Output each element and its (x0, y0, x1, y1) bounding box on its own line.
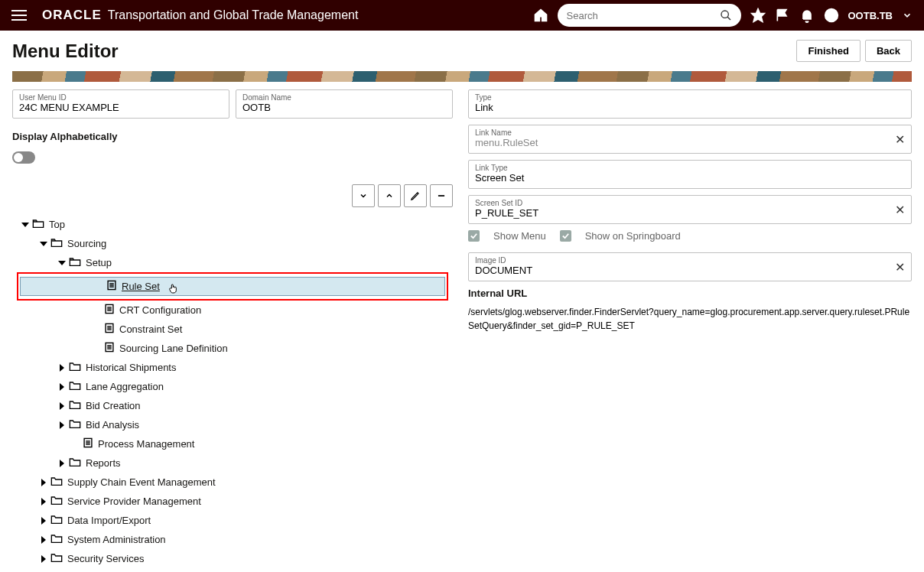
remove-button[interactable] (430, 184, 453, 207)
clear-icon[interactable]: ✕ (895, 260, 905, 275)
cursor-hand-icon (168, 282, 180, 294)
show-springboard-checkbox[interactable] (560, 230, 571, 242)
app-header: ORACLE Transportation and Global Trade M… (0, 0, 924, 31)
selected-highlight: Rule Set (17, 272, 448, 301)
domain-name-field[interactable]: Domain Name OOTB (236, 89, 453, 119)
search-icon[interactable] (720, 9, 732, 21)
decorative-banner (12, 71, 912, 82)
bell-icon[interactable] (799, 8, 815, 23)
tree-node-top[interactable]: Top (12, 215, 453, 234)
finished-button[interactable]: Finished (796, 40, 860, 62)
tree-node-rule-set[interactable]: Rule Set (20, 277, 445, 296)
document-icon (104, 323, 115, 336)
folder-icon (69, 256, 81, 269)
user-menu-id-label: User Menu ID (19, 93, 223, 102)
svg-marker-36 (41, 536, 46, 544)
show-springboard-label: Show on Springboard (585, 230, 681, 242)
svg-point-0 (721, 11, 728, 18)
user-menu-id-value: 24C MENU EXAMPLE (19, 102, 223, 113)
svg-marker-7 (58, 261, 66, 265)
svg-marker-27 (60, 421, 64, 429)
svg-marker-25 (60, 383, 64, 391)
folder-icon (50, 237, 63, 250)
document-icon (106, 280, 117, 293)
folder-closed-icon (50, 552, 63, 565)
tree-node-data-import[interactable]: Data Import/Export (12, 511, 453, 530)
svg-marker-33 (41, 479, 46, 486)
svg-marker-6 (40, 242, 47, 246)
svg-marker-34 (41, 498, 46, 505)
tree-node-crt-config[interactable]: CRT Configuration (12, 301, 453, 320)
move-up-button[interactable] (378, 184, 401, 207)
folder-closed-icon (69, 399, 81, 412)
help-icon[interactable] (824, 8, 839, 23)
svg-marker-37 (41, 555, 46, 563)
tree-node-system-admin[interactable]: System Administration (12, 530, 453, 549)
user-label[interactable]: OOTB.TB (848, 10, 893, 21)
folder-closed-icon (50, 495, 63, 508)
tree-node-bid-creation[interactable]: Bid Creation (12, 396, 453, 415)
internal-url-value: /servlets/glog.webserver.finder.FinderSe… (468, 305, 912, 333)
type-field[interactable]: Type Link (468, 89, 912, 119)
tree-node-constraint-set[interactable]: Constraint Set (12, 320, 453, 339)
document-icon (83, 437, 93, 450)
domain-name-label: Domain Name (242, 93, 446, 102)
folder-closed-icon (50, 533, 63, 546)
tree-node-sourcing[interactable]: Sourcing (12, 234, 453, 253)
menu-icon[interactable] (11, 7, 27, 24)
display-alpha-toggle[interactable] (12, 151, 35, 164)
home-icon[interactable] (533, 8, 548, 23)
svg-line-1 (727, 17, 730, 20)
svg-marker-35 (41, 517, 46, 525)
svg-marker-2 (751, 9, 764, 22)
display-alpha-label: Display Alphabetically (12, 131, 453, 142)
svg-marker-26 (60, 402, 64, 410)
document-icon (104, 342, 115, 355)
tree-node-reports[interactable]: Reports (12, 453, 453, 473)
chevron-down-icon[interactable] (902, 10, 913, 21)
svg-marker-24 (60, 364, 64, 372)
logo: ORACLE (42, 8, 102, 23)
page-bar: Menu Editor Finished Back (0, 31, 924, 71)
tree-node-lane-agg[interactable]: Lane Aggregation (12, 377, 453, 396)
screen-set-id-field[interactable]: Screen Set ID P_RULE_SET ✕ (468, 195, 912, 224)
svg-marker-32 (60, 460, 64, 467)
folder-closed-icon (69, 361, 81, 374)
folder-closed-icon (69, 380, 81, 393)
tree-node-process-mgmt[interactable]: Process Management (12, 434, 453, 453)
folder-icon (32, 218, 44, 231)
clear-icon[interactable]: ✕ (895, 132, 905, 147)
user-menu-id-field[interactable]: User Menu ID 24C MENU EXAMPLE (12, 89, 229, 119)
tree-node-setup[interactable]: Setup (12, 253, 453, 272)
show-menu-label: Show Menu (493, 230, 546, 242)
tree-node-preferences[interactable]: Preferences (12, 568, 453, 572)
folder-closed-icon (50, 514, 63, 527)
search-box[interactable] (558, 4, 741, 27)
tree-node-security[interactable]: Security Services (12, 549, 453, 568)
right-panel: Type Link Link Name menu.RuleSet ✕ Link … (468, 89, 912, 572)
star-icon[interactable] (750, 8, 766, 23)
move-down-button[interactable] (352, 184, 375, 207)
search-input[interactable] (567, 10, 720, 21)
left-panel: User Menu ID 24C MENU EXAMPLE Domain Nam… (12, 89, 453, 572)
tree-node-historical[interactable]: Historical Shipments (12, 358, 453, 377)
folder-closed-icon (50, 476, 63, 489)
page-title: Menu Editor (12, 41, 119, 62)
app-title: Transportation and Global Trade Manageme… (108, 8, 359, 22)
tree-node-sourcing-lane[interactable]: Sourcing Lane Definition (12, 339, 453, 358)
back-button[interactable]: Back (865, 40, 912, 62)
domain-name-value: OOTB (242, 102, 446, 113)
folder-closed-icon (69, 457, 81, 470)
link-type-field[interactable]: Link Type Screen Set (468, 160, 912, 189)
link-name-field[interactable]: Link Name menu.RuleSet ✕ (468, 125, 912, 154)
clear-icon[interactable]: ✕ (895, 203, 905, 217)
tree-node-bid-analysis[interactable]: Bid Analysis (12, 415, 453, 434)
menu-tree: Top Sourcing Setup Rule Set (12, 215, 453, 572)
internal-url-label: Internal URL (468, 288, 912, 299)
show-menu-checkbox[interactable] (468, 230, 480, 242)
flag-icon[interactable] (775, 8, 790, 23)
tree-node-supply-chain[interactable]: Supply Chain Event Management (12, 473, 453, 492)
tree-node-service-provider[interactable]: Service Provider Management (12, 492, 453, 511)
image-id-field[interactable]: Image ID DOCUMENT ✕ (468, 252, 912, 281)
edit-button[interactable] (404, 184, 427, 207)
